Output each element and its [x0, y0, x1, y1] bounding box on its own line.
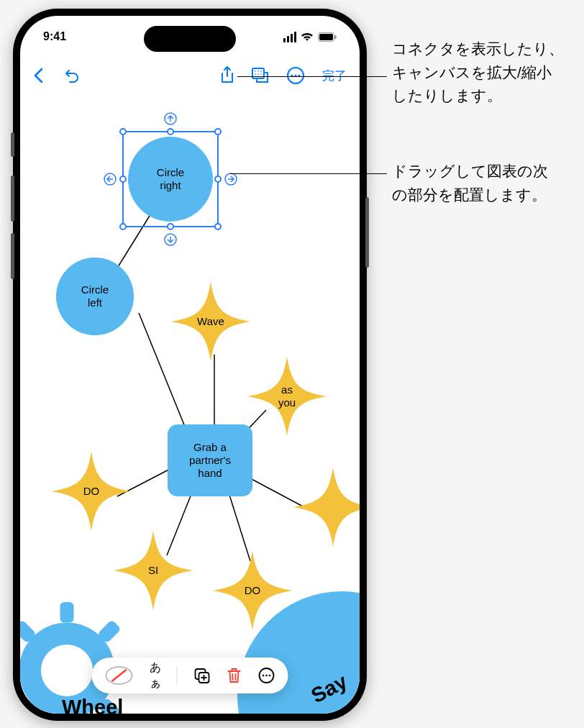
svg-point-44 [265, 675, 268, 677]
status-right [283, 32, 337, 42]
edit-pill: あぁ [92, 658, 288, 693]
undo-button[interactable] [63, 68, 81, 83]
toolbar: 完了 [20, 58, 360, 94]
svg-rect-1 [319, 34, 333, 40]
callout-line [230, 173, 387, 174]
shape-label: DO [245, 584, 261, 597]
volume-down-button [11, 233, 14, 279]
shape-circle-left[interactable]: Circle left [56, 258, 134, 335]
wheel-label: Wheel [62, 696, 123, 714]
more-button[interactable] [286, 66, 305, 85]
shape-star-partial[interactable] [293, 468, 360, 547]
shape-label: DO [83, 485, 100, 498]
svg-point-8 [257, 73, 259, 75]
shape-star-do1[interactable]: DO [52, 452, 131, 531]
wifi-icon [301, 32, 314, 42]
shape-star-si[interactable]: SI [114, 531, 193, 610]
shape-label: Wave [197, 315, 224, 328]
svg-point-43 [263, 675, 265, 677]
back-button[interactable] [33, 68, 43, 83]
shape-label: Grab a partner's hand [189, 441, 231, 480]
battery-icon [318, 32, 337, 42]
svg-point-7 [255, 73, 256, 75]
text-format-button[interactable]: あぁ [150, 660, 161, 691]
svg-rect-2 [335, 35, 337, 39]
callout-line [237, 76, 387, 77]
callout-1: コネクタを表示したり、 キャンバスを拡大/縮小 したりします。 [392, 37, 564, 108]
power-button [365, 197, 369, 268]
dynamic-island [144, 26, 236, 52]
divider [177, 666, 178, 685]
status-time: 9:41 [43, 30, 66, 43]
volume-up-button [11, 176, 14, 222]
shape-grab[interactable]: Grab a partner's hand [168, 424, 252, 496]
share-button[interactable] [220, 66, 234, 85]
delete-button[interactable] [227, 667, 242, 684]
svg-point-6 [260, 70, 262, 72]
svg-rect-27 [60, 602, 74, 623]
svg-point-35 [41, 645, 93, 696]
svg-point-4 [255, 70, 256, 72]
more-options-button[interactable] [258, 667, 275, 684]
cellular-icon [283, 32, 296, 42]
side-button [11, 132, 14, 157]
shape-label: SI [148, 564, 158, 577]
phone-frame: 9:41 [13, 9, 367, 721]
shape-circle-right[interactable]: Circle right [128, 137, 213, 222]
duplicate-button[interactable] [193, 667, 211, 684]
shape-label: Circle right [157, 166, 184, 192]
canvas[interactable]: Circle right [20, 94, 360, 714]
svg-line-37 [112, 670, 127, 681]
svg-point-5 [257, 70, 259, 72]
svg-point-45 [269, 675, 271, 677]
callout-2: ドラッグして図表の次 の部分を配置します。 [392, 160, 548, 206]
shape-label: as you [278, 383, 296, 409]
svg-point-9 [260, 73, 262, 75]
shape-star-wave[interactable]: Wave [171, 282, 250, 361]
boards-button[interactable] [252, 68, 269, 83]
screen: 9:41 [20, 16, 360, 714]
shape-star-as-you[interactable]: as you [247, 357, 327, 436]
fill-none-button[interactable] [105, 665, 134, 686]
done-button[interactable]: 完了 [322, 68, 347, 84]
shape-label: Circle left [81, 283, 109, 309]
